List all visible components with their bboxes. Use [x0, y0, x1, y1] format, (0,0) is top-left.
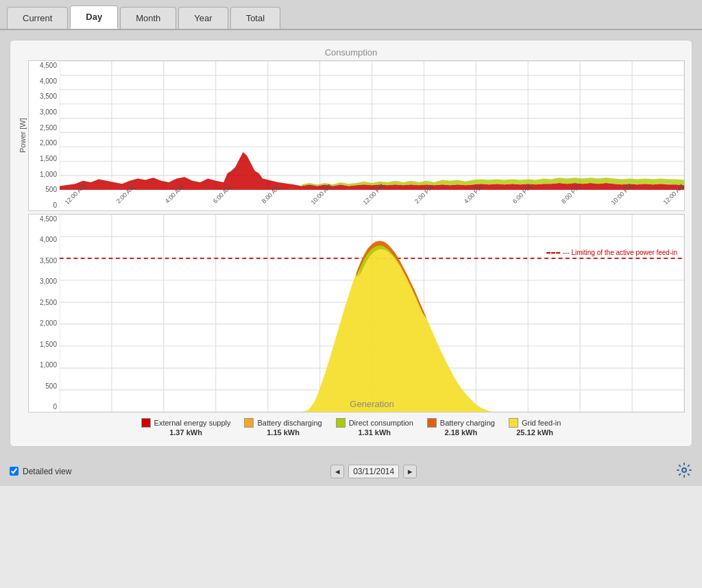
legend-value-battery-discharge: 1.15 kWh: [267, 428, 300, 437]
legend-label-direct: Direct consumption: [349, 419, 413, 427]
legend-color-external: [141, 418, 151, 428]
legend-item-battery-discharge: Battery discharging 1.15 kWh: [244, 418, 322, 437]
legend-item-direct: Direct consumption 1.31 kWh: [336, 418, 413, 437]
legend-value-battery-charge: 2.18 kWh: [445, 428, 478, 437]
next-date-button[interactable]: ►: [403, 465, 417, 478]
legend-item-battery-charge: Battery charging 2.18 kWh: [427, 418, 495, 437]
tab-year[interactable]: Year: [178, 7, 228, 29]
consumption-svg: [60, 61, 684, 190]
generation-title: Generation: [60, 399, 684, 409]
tab-day[interactable]: Day: [70, 5, 118, 29]
bottom-center: ◄ 03/11/2014 ►: [330, 465, 417, 478]
tab-month[interactable]: Month: [120, 7, 176, 29]
legend-value-grid: 25.12 kWh: [516, 428, 553, 437]
legend-color-grid: [509, 418, 518, 428]
legend-label-grid: Grid feed-in: [522, 419, 561, 427]
consumption-chart-area: 4,500 4,000 3,500 3,000 2,500 2,000 1,50…: [28, 60, 685, 211]
generation-y-label: [17, 214, 28, 413]
legend-label-battery-charge: Battery charging: [440, 419, 495, 427]
consumption-title: Consumption: [17, 47, 685, 58]
legend-value-external: 1.37 kWh: [169, 428, 202, 437]
date-display: 03/11/2014: [348, 465, 399, 478]
legend-label-battery-discharge: Battery discharging: [257, 419, 322, 427]
legend-color-battery-discharge: [244, 418, 254, 428]
legend: External energy supply 1.37 kWh Battery …: [17, 413, 685, 439]
svg-point-52: [682, 468, 686, 472]
bottom-bar: Detailed view ◄ 03/11/2014 ►: [0, 456, 702, 486]
legend-item-external: External energy supply 1.37 kWh: [141, 418, 231, 437]
tab-total[interactable]: Total: [230, 7, 280, 29]
settings-icon: [676, 462, 692, 478]
legend-color-battery-charge: [427, 418, 437, 428]
legend-color-direct: [336, 418, 346, 428]
generation-chart-wrapper: 4,500 4,000 3,500 3,000 2,500 2,000 1,50…: [17, 214, 685, 413]
settings-area[interactable]: [676, 462, 692, 480]
consumption-y-axis: 4,500 4,000 3,500 3,000 2,500 2,000 1,50…: [29, 61, 60, 210]
tabs-bar: Current Day Month Year Total: [0, 0, 702, 30]
generation-svg-area: [60, 215, 684, 412]
svg-marker-49: [60, 241, 684, 412]
generation-svg: [60, 215, 684, 412]
consumption-y-label: Power [W]: [17, 60, 28, 211]
tab-current[interactable]: Current: [7, 7, 68, 29]
legend-label-external: External energy supply: [154, 419, 231, 427]
detailed-view-checkbox[interactable]: [10, 467, 19, 476]
consumption-chart-wrapper: Power [W] 4,500 4,000 3,500 3,000 2,500 …: [17, 60, 685, 211]
limit-label: --- Limiting of the active power feed-in: [546, 249, 677, 256]
chart-container: Consumption Power [W] 4,500 4,000 3,500 …: [10, 40, 692, 447]
prev-date-button[interactable]: ◄: [330, 465, 344, 478]
bottom-left: Detailed view: [10, 467, 71, 476]
generation-chart-area: 4,500 4,000 3,500 3,000 2,500 2,000 1,50…: [28, 214, 685, 413]
generation-y-axis: 4,500 4,000 3,500 3,000 2,500 2,000 1,50…: [29, 215, 60, 412]
consumption-x-axis: 12:00 AM 2:00 AM 4:00 AM 6:00 AM 8:00 AM…: [60, 190, 684, 210]
consumption-svg-area: [60, 61, 684, 190]
legend-item-grid: Grid feed-in 25.12 kWh: [509, 418, 561, 437]
main-content: Consumption Power [W] 4,500 4,000 3,500 …: [0, 30, 702, 456]
detailed-view-label: Detailed view: [23, 467, 71, 476]
legend-value-direct: 1.31 kWh: [358, 428, 391, 437]
